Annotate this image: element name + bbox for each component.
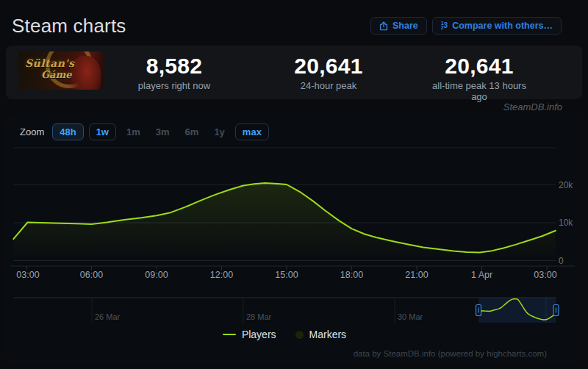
navigator-handle-left[interactable] [476,305,481,316]
navigator-date-label: 30 Mar [398,312,423,321]
x-axis-label: 06:00 [80,270,103,280]
players-now-value: 8,582 [138,54,210,78]
players-now-label: players right now [138,80,210,91]
share-icon [379,21,388,31]
legend-players-label: Players [242,329,276,340]
stat-alltime-peak: 20,641 all-time peak 13 hours ago [428,54,531,102]
peak-24h-label: 24-hour peak [294,80,363,91]
alltime-peak-label: all-time peak 13 hours ago [428,80,531,102]
zoom-button-group: 48h1w1m3m6m1ymax [52,123,269,140]
x-axis-label: 03:00 [534,270,556,280]
zoom-controls: Zoom 48h1w1m3m6m1ymax [20,123,269,140]
peak-24h-value: 20,641 [294,54,363,78]
players-line-swatch [223,334,236,336]
navigator-selection[interactable] [478,298,556,323]
share-button[interactable]: Share [370,17,427,35]
zoom-button-48h[interactable]: 48h [52,123,83,140]
x-axis-label: 1 Apr [471,270,492,280]
compare-button[interactable]: 123 Compare with others… [432,17,562,35]
zoom-button-max[interactable]: max [235,123,269,140]
x-axis-label: 12:00 [210,270,233,280]
navigator-date-label: 28 Mar [246,312,272,321]
players-area-fill [13,183,556,261]
chart-credit: data by SteamDB.info (powered by highcha… [354,349,547,358]
legend-item-markers[interactable]: Markers [295,329,347,340]
x-axis-label: 03:00 [16,270,39,280]
stat-24h-peak: 20,641 24-hour peak [294,54,363,91]
zoom-button-6m: 6m [180,123,204,140]
zoom-button-1m: 1m [121,123,146,140]
steamdb-charts-page: Steam charts Share 123 Compare with othe… [0,0,588,369]
zoom-button-1w[interactable]: 1w [89,123,116,140]
compare-123-icon: 123 [441,21,448,31]
stat-players-now: 8,582 players right now [138,54,210,91]
header-buttons: Share 123 Compare with others… [370,17,562,35]
chart-panel: Zoom 48h1w1m3m6m1ymax 010k20k03:0006:000… [6,114,582,364]
x-axis-label: 09:00 [145,270,168,280]
markers-dot-swatch [295,331,304,339]
navigator-handle-right[interactable] [553,305,559,316]
steamdb-watermark: SteamDB.info [503,101,562,112]
legend-item-players[interactable]: Players [223,329,276,340]
chart-legend: Players Markers [6,329,563,340]
page-title: Steam charts [12,15,126,37]
zoom-button-1y: 1y [209,123,229,140]
share-button-label: Share [392,21,418,31]
alltime-peak-value: 20,641 [428,54,531,78]
capsule-game-title: Sültan's Gáme [25,58,75,80]
x-axis-label: 15:00 [275,270,298,280]
navigator-date-label: 26 Mar [95,312,121,321]
x-axis-label: 21:00 [405,270,428,280]
zoom-label: Zoom [20,126,44,137]
y-axis-label: 20k [559,180,573,190]
x-axis-label: 18:00 [340,270,363,280]
compare-button-label: Compare with others… [452,21,553,31]
game-capsule-image[interactable]: Sültan's Gáme [18,51,103,90]
stats-panel: Sültan's Gáme 8,582 players right now 20… [6,46,582,99]
y-axis-label: 0 [559,256,564,266]
legend-markers-label: Markers [309,329,347,340]
players-chart[interactable]: 010k20k03:0006:0009:0012:0015:0018:0021:… [6,144,582,328]
y-axis-label: 10k [559,218,573,228]
zoom-button-3m: 3m [151,123,175,140]
